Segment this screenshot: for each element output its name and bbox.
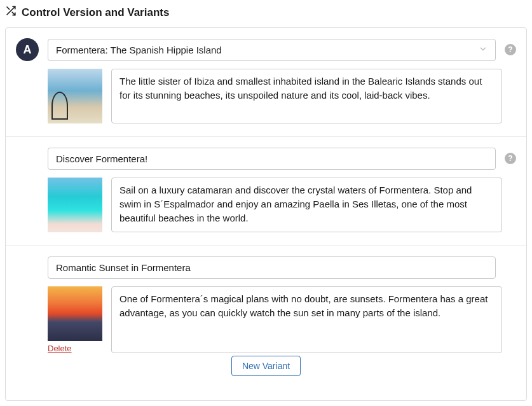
variant-title-select[interactable]: Formentera: The Spanish Hippie Island — [48, 39, 496, 61]
variant-badge-b: B — [16, 147, 39, 170]
help-icon[interactable]: ? — [505, 44, 516, 55]
new-variant-button[interactable]: New Variant — [231, 356, 301, 376]
svg-line-2 — [7, 7, 10, 10]
variant-title-input[interactable] — [48, 148, 496, 170]
section-title: Control Version and Variants — [22, 6, 169, 19]
chevron-down-icon — [479, 45, 488, 55]
shuffle-icon — [5, 5, 17, 20]
delete-variant-link[interactable]: Delete — [48, 344, 102, 353]
variant-a: A Formentera: The Spanish Hippie Island … — [6, 28, 526, 136]
variant-badge-a: A — [16, 38, 39, 61]
variant-description-input[interactable] — [111, 286, 502, 353]
variant-badge-c: C — [16, 256, 39, 279]
variant-thumbnail[interactable] — [48, 69, 102, 123]
variant-title-text: Formentera: The Spanish Hippie Island — [56, 45, 222, 55]
variant-description-input[interactable] — [111, 69, 502, 123]
help-icon[interactable]: ? — [505, 153, 516, 164]
variants-panel: A Formentera: The Spanish Hippie Island … — [5, 27, 527, 401]
section-header: Control Version and Variants — [5, 5, 527, 20]
variant-thumbnail[interactable] — [48, 178, 102, 232]
variant-b: B ? — [6, 136, 526, 245]
variant-title-input[interactable] — [48, 256, 496, 279]
variant-description-input[interactable] — [111, 178, 502, 232]
variant-c: C Delete New Variant — [6, 245, 526, 400]
variant-thumbnail[interactable] — [48, 286, 102, 341]
